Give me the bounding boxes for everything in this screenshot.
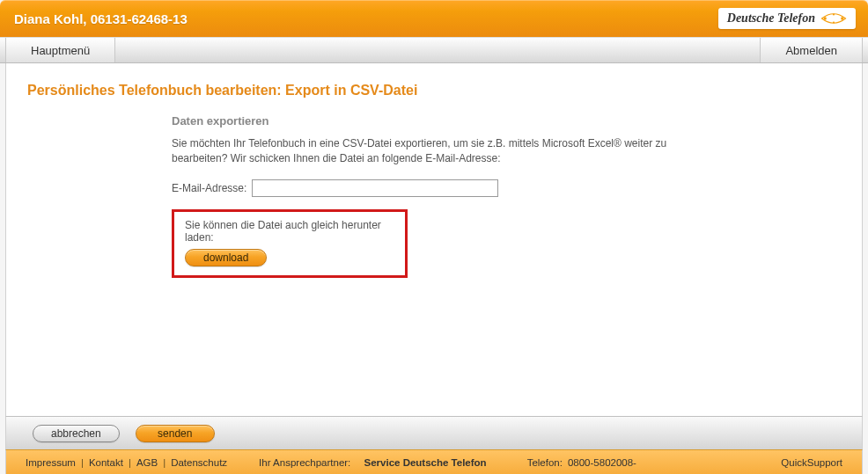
app-header: Diana Kohl, 06131-62468-13 Deutsche Tele… — [0, 0, 868, 37]
export-section: Daten exportieren Sie möchten Ihr Telefo… — [172, 114, 735, 278]
menu-logout[interactable]: Abmelden — [760, 38, 863, 62]
footer-quicksupport[interactable]: QuickSupport — [781, 457, 842, 468]
svg-point-1 — [833, 13, 835, 15]
content-area: Persönliches Telefonbuch bearbeiten: Exp… — [5, 63, 863, 416]
brand-logo: Deutsche Telefon — [718, 8, 856, 29]
footer-sep: | — [129, 457, 131, 468]
action-bar: abbrechen senden — [5, 416, 863, 449]
cancel-button[interactable]: abbrechen — [33, 425, 120, 442]
download-button[interactable]: download — [185, 249, 267, 266]
brand-swirl-icon — [820, 11, 847, 26]
svg-point-2 — [841, 17, 843, 19]
section-heading: Daten exportieren — [172, 114, 735, 128]
footer-agb[interactable]: AGB — [136, 457, 158, 468]
email-label: E-Mail-Adresse: — [172, 182, 246, 194]
send-button[interactable]: senden — [136, 425, 215, 442]
footer: Impressum | Kontakt | AGB | Datenschutz … — [5, 449, 863, 474]
footer-phone-value: 0800-5802008- — [568, 457, 636, 468]
footer-datenschutz[interactable]: Datenschutz — [171, 457, 227, 468]
brand-text: Deutsche Telefon — [727, 11, 815, 26]
download-hint: Sie können die Datei auch gleich herunte… — [185, 219, 394, 244]
footer-kontakt[interactable]: Kontakt — [89, 457, 123, 468]
footer-contact-value: Service Deutsche Telefon — [364, 457, 487, 468]
menu-main[interactable]: Hauptmenü — [5, 38, 115, 62]
email-input[interactable] — [252, 179, 498, 197]
menubar: Hauptmenü Abmelden — [0, 37, 868, 63]
section-description: Sie möchten Ihr Telefonbuch in eine CSV-… — [172, 136, 735, 167]
user-title: Diana Kohl, 06131-62468-13 — [14, 11, 188, 26]
footer-impressum[interactable]: Impressum — [26, 457, 76, 468]
footer-sep: | — [81, 457, 84, 468]
page-title: Persönliches Telefonbuch bearbeiten: Exp… — [6, 63, 862, 114]
svg-point-0 — [824, 17, 827, 19]
email-field-row: E-Mail-Adresse: — [172, 179, 735, 197]
footer-sep: | — [163, 457, 166, 468]
footer-left: Impressum | Kontakt | AGB | Datenschutz … — [26, 457, 636, 468]
footer-contact-label: Ihr Ansprechpartner: — [259, 457, 350, 468]
download-highlight-box: Sie können die Datei auch gleich herunte… — [172, 209, 408, 278]
svg-point-3 — [833, 21, 835, 23]
footer-phone-label: Telefon: — [527, 457, 563, 468]
